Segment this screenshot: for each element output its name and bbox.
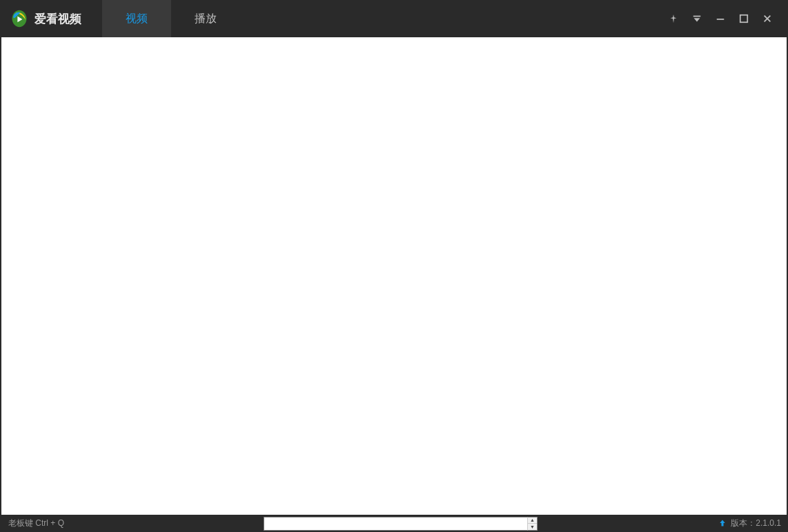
boss-key-label: 老板键 Ctrl + Q [8,518,257,529]
svg-rect-1 [693,16,701,17]
minimize-button[interactable] [713,12,727,26]
spinner-up-button[interactable]: ▲ [528,518,537,524]
svg-rect-3 [717,19,725,20]
app-logo-icon [10,9,29,28]
status-right: 版本：2.1.0.1 [718,518,781,530]
tab-label: 播放 [195,12,217,26]
status-input[interactable] [264,517,527,531]
tab-video[interactable]: 视频 [102,0,171,37]
spinner-down-button[interactable]: ▼ [528,524,537,530]
pin-icon[interactable] [667,12,680,26]
close-button[interactable] [760,12,774,26]
status-input-wrap: ▲ ▼ [264,517,538,531]
tab-play[interactable]: 播放 [171,0,240,37]
version-label: 版本：2.1.0.1 [731,518,781,529]
svg-marker-7 [720,520,726,526]
statusbar: 老板键 Ctrl + Q ▲ ▼ 版本：2.1.0.1 [0,515,788,532]
tabs: 视频 播放 [102,0,240,37]
app-title: 爱看视频 [35,11,81,27]
svg-marker-2 [694,18,700,21]
svg-rect-4 [740,15,748,23]
window-controls [667,12,782,26]
app-logo-area: 爱看视频 [6,9,102,28]
spinner: ▲ ▼ [527,517,538,531]
upload-icon[interactable] [718,518,727,530]
tab-label: 视频 [126,12,148,26]
content-area [1,37,787,515]
dropdown-icon[interactable] [690,12,704,26]
titlebar: 爱看视频 视频 播放 [0,0,788,37]
maximize-button[interactable] [737,12,751,26]
